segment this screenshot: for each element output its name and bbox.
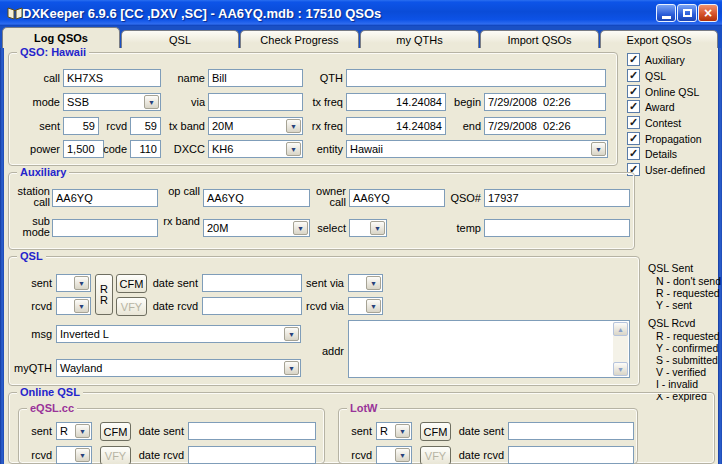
lotw-sent-dropdown[interactable]: R▼ xyxy=(376,422,412,440)
op-call-label: op call xyxy=(160,186,200,197)
checkbox-box[interactable] xyxy=(627,85,640,98)
dropdown-arrow-icon[interactable]: ▼ xyxy=(75,424,90,438)
eqsl-sent-dropdown[interactable]: R▼ xyxy=(56,422,92,440)
dropdown-arrow-icon[interactable]: ▼ xyxy=(286,119,301,133)
end-field[interactable]: 7/29/2008 02:26 xyxy=(484,117,606,135)
power-field[interactable]: 1,500 xyxy=(63,140,104,158)
lotw-cfm-button[interactable]: CFM xyxy=(420,422,451,441)
eqsl-date-sent-field[interactable] xyxy=(188,422,316,440)
addr-scrollbar[interactable]: ▲ ▼ xyxy=(613,322,628,376)
mode-dropdown[interactable]: SSB▼ xyxy=(63,93,161,111)
tab-log-qsos[interactable]: Log QSOs xyxy=(2,27,120,48)
code-field[interactable]: 110 xyxy=(130,140,161,158)
cfm-button[interactable]: CFM xyxy=(116,274,147,293)
via-field[interactable] xyxy=(208,93,303,111)
eqsl-rcvd-dropdown[interactable]: ▼ xyxy=(56,446,92,464)
lotw-date-sent-field[interactable] xyxy=(508,422,634,440)
scroll-down-icon[interactable]: ▼ xyxy=(613,362,628,376)
checkbox-award[interactable]: Award xyxy=(627,100,675,113)
rx-band-dropdown[interactable]: 20M▼ xyxy=(203,219,310,237)
checkbox-user-defined[interactable]: User-defined xyxy=(627,163,705,176)
rcvd-via-dropdown[interactable]: ▼ xyxy=(348,297,383,315)
checkbox-propagation[interactable]: Propagation xyxy=(627,132,702,145)
checkbox-contest[interactable]: Contest xyxy=(627,116,681,129)
qsl-rcvd-dropdown[interactable]: ▼ xyxy=(56,297,91,315)
call-field[interactable]: KH7XS xyxy=(63,69,161,87)
rst-sent-field[interactable]: 59 xyxy=(63,117,99,135)
dropdown-arrow-icon[interactable]: ▼ xyxy=(74,299,89,313)
owner-call-field[interactable]: AA6YQ xyxy=(349,189,445,207)
eqsl-cfm-button[interactable]: CFM xyxy=(100,422,131,441)
tab-export-qsos[interactable]: Export QSOs xyxy=(600,30,718,48)
temp-field[interactable] xyxy=(484,219,630,237)
dropdown-arrow-icon[interactable]: ▼ xyxy=(74,276,89,290)
vfy-button[interactable]: VFY xyxy=(116,297,147,316)
maximize-button[interactable] xyxy=(677,4,697,22)
sub-mode-field[interactable] xyxy=(52,219,158,237)
myqth-dropdown[interactable]: Wayland▼ xyxy=(56,359,301,377)
dropdown-arrow-icon[interactable]: ▼ xyxy=(395,448,410,462)
dropdown-arrow-icon[interactable]: ▼ xyxy=(144,95,159,109)
checkbox-box[interactable] xyxy=(627,147,640,160)
tab-qsl[interactable]: QSL xyxy=(121,30,239,48)
tab-import-qsos[interactable]: Import QSOs xyxy=(480,30,599,48)
rx-band-label: rx band xyxy=(160,216,200,227)
minimize-button[interactable] xyxy=(656,4,676,22)
dropdown-arrow-icon[interactable]: ▼ xyxy=(286,142,301,156)
lotw-date-sent-label: date sent xyxy=(454,425,504,437)
dropdown-arrow-icon[interactable]: ▼ xyxy=(591,142,606,156)
select-dropdown[interactable]: ▼ xyxy=(349,219,387,237)
close-button[interactable]: × xyxy=(698,4,718,22)
dropdown-arrow-icon[interactable]: ▼ xyxy=(293,221,308,235)
checkbox-auxiliary[interactable]: Auxiliary xyxy=(627,53,685,66)
via-label: via xyxy=(163,96,205,108)
tab-my-qths[interactable]: my QTHs xyxy=(360,30,479,48)
op-call-field[interactable]: AA6YQ xyxy=(203,189,310,207)
minimize-icon xyxy=(662,16,671,19)
eqsl-date-rcvd-field[interactable] xyxy=(188,446,316,464)
msg-dropdown[interactable]: Inverted L▼ xyxy=(56,325,301,343)
name-field[interactable]: Bill xyxy=(208,69,303,87)
checkbox-box[interactable] xyxy=(627,132,640,145)
begin-label: begin xyxy=(448,96,481,108)
qth-field[interactable] xyxy=(346,69,606,87)
date-sent-field[interactable] xyxy=(202,274,302,292)
qsl-sent-dropdown[interactable]: ▼ xyxy=(56,274,91,292)
scroll-up-icon[interactable]: ▲ xyxy=(613,322,628,336)
checkbox-box[interactable] xyxy=(627,69,640,82)
qsl-rcvd-label: rcvd xyxy=(14,300,52,312)
dropdown-arrow-icon[interactable]: ▼ xyxy=(395,424,410,438)
checkbox-box[interactable] xyxy=(627,100,640,113)
qso-number-field[interactable]: 17937 xyxy=(484,189,630,207)
checkbox-box[interactable] xyxy=(627,53,640,66)
dropdown-arrow-icon[interactable]: ▼ xyxy=(366,276,381,290)
dropdown-arrow-icon[interactable]: ▼ xyxy=(75,448,90,462)
checkbox-box[interactable] xyxy=(627,116,640,129)
tx-freq-field[interactable]: 14.24084 xyxy=(346,93,446,111)
legend-item: Y - sent xyxy=(656,299,692,311)
lotw-rcvd-dropdown[interactable]: ▼ xyxy=(376,446,412,464)
begin-field[interactable]: 7/29/2008 02:26 xyxy=(484,93,606,111)
legend-sent-title: QSL Sent xyxy=(648,262,693,274)
addr-textarea[interactable]: ▲ ▼ xyxy=(348,320,630,378)
dxcc-dropdown[interactable]: KH6▼ xyxy=(208,140,303,158)
sent-via-dropdown[interactable]: ▼ xyxy=(348,274,383,292)
date-rcvd-field[interactable] xyxy=(202,297,302,315)
dropdown-arrow-icon[interactable]: ▼ xyxy=(284,327,299,341)
request-both-button[interactable]: RR xyxy=(95,274,113,315)
dropdown-arrow-icon[interactable]: ▼ xyxy=(284,361,299,375)
tab-check-progress[interactable]: Check Progress xyxy=(240,30,359,48)
dropdown-arrow-icon[interactable]: ▼ xyxy=(366,299,381,313)
station-call-field[interactable]: AA6YQ xyxy=(52,189,158,207)
dropdown-arrow-icon[interactable]: ▼ xyxy=(370,221,385,235)
lotw-date-rcvd-field[interactable] xyxy=(508,446,634,464)
tx-band-dropdown[interactable]: 20M▼ xyxy=(208,117,303,135)
rx-freq-field[interactable]: 14.24084 xyxy=(346,117,446,135)
entity-dropdown[interactable]: Hawaii▼ xyxy=(346,140,608,158)
checkbox-qsl[interactable]: QSL xyxy=(627,69,666,82)
lotw-vfy-button[interactable]: VFY xyxy=(420,446,451,464)
checkbox-details[interactable]: Details xyxy=(627,147,677,160)
rst-rcvd-field[interactable]: 59 xyxy=(130,117,161,135)
eqsl-vfy-button[interactable]: VFY xyxy=(100,446,131,464)
checkbox-online-qsl[interactable]: Online QSL xyxy=(627,85,699,98)
